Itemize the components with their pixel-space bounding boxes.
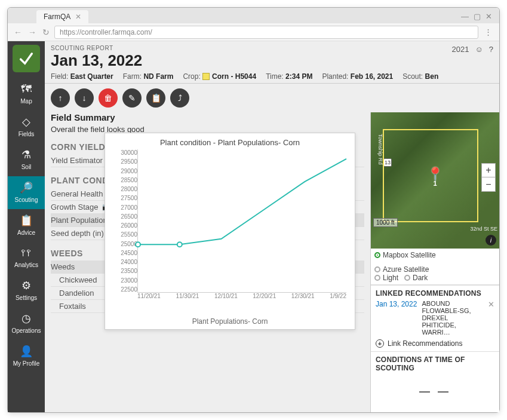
chart-line	[138, 159, 346, 244]
category-item-label: Foxtails	[59, 302, 86, 311]
browser-tab[interactable]: FarmQA ✕	[36, 10, 88, 23]
fields-icon: ◇	[8, 115, 45, 128]
close-window-icon[interactable]: ✕	[486, 12, 492, 21]
category-item-label: Plant Populations	[51, 216, 111, 225]
sidebar-label: My Profile	[8, 360, 45, 367]
clipboard-button[interactable]: 📋	[146, 88, 165, 108]
category-item-label: Yield Estimator	[51, 156, 103, 165]
y-tick-label: 27000	[111, 204, 137, 211]
sidebar-item-my-profile[interactable]: 👤 My Profile	[8, 340, 45, 373]
map-pin-label: 1	[433, 180, 437, 187]
browser-toolbar: ← → ↻ https://controller.farmqa.com/ ⋮	[8, 23, 499, 41]
sidebar: 🗺 Map ◇ Fields ⚗ Soil 🔎 Scouting 📋 Advic…	[8, 41, 45, 412]
x-tick-label: 11/20/21	[137, 293, 161, 305]
layer-azure-sat[interactable]: Azure Satellite	[374, 265, 429, 274]
arrow-down-icon: ↓	[82, 93, 87, 103]
sidebar-label: Scouting	[8, 197, 45, 203]
farm-label: Farm:	[123, 72, 142, 81]
pencil-icon: ✎	[128, 93, 136, 103]
forward-icon[interactable]: →	[27, 26, 38, 38]
face-icon[interactable]: ☺	[475, 45, 483, 54]
chart-marker	[136, 242, 140, 247]
road-label-horizontal: 32nd St SE	[470, 226, 497, 232]
sidebar-item-analytics[interactable]: ⫯⫯ Analytics	[8, 242, 45, 274]
map-scale: 1000 ft	[373, 218, 398, 227]
down-button[interactable]: ↓	[75, 88, 94, 108]
y-tick-label: 28000	[111, 186, 137, 192]
sidebar-item-advice[interactable]: 📋 Advice	[8, 209, 45, 242]
y-tick-label: 30000	[111, 149, 137, 156]
farm-value: ND Farm	[143, 72, 173, 81]
y-tick-label: 27500	[111, 195, 137, 201]
share-button[interactable]: ⤴	[170, 88, 189, 108]
layer-dark[interactable]: Dark	[404, 274, 428, 282]
minimize-icon[interactable]: —	[461, 12, 469, 21]
profile-icon: 👤	[8, 345, 45, 358]
sidebar-item-scouting[interactable]: 🔎 Scouting	[8, 176, 45, 209]
minus-icon: −	[486, 179, 491, 190]
map-info-icon[interactable]: i	[486, 235, 496, 246]
time-value: 2:34 PM	[285, 72, 312, 81]
sidebar-item-operations[interactable]: ◷ Operations	[8, 307, 45, 340]
edit-button[interactable]: ✎	[122, 88, 142, 108]
tab-title: FarmQA	[44, 13, 70, 21]
clipboard-icon: 📋	[151, 93, 161, 103]
sidebar-label: Soil	[8, 164, 45, 170]
link-rec-label: Link Recommendations	[388, 339, 462, 348]
category-item-label: Seed depth (in)	[51, 229, 104, 238]
x-tick-label: 11/30/21	[176, 293, 199, 305]
time-label: Time:	[266, 72, 284, 81]
delete-button[interactable]: 🗑	[99, 88, 118, 108]
sidebar-item-soil[interactable]: ⚗ Soil	[8, 143, 45, 176]
url-bar[interactable]: https://controller.farmqa.com/	[54, 26, 478, 39]
field-summary-title: Field Summary	[51, 112, 364, 122]
category-item-label: Chickweed	[59, 275, 97, 284]
category-item-label: Dandelion	[59, 289, 94, 298]
crop-color-swatch	[202, 73, 210, 80]
zoom-in-button[interactable]: +	[481, 163, 496, 177]
sidebar-item-settings[interactable]: ⚙ Settings	[8, 274, 45, 307]
reload-icon[interactable]: ↻	[41, 26, 51, 38]
binoculars-icon: 🔎	[8, 181, 45, 194]
x-tick-label: 12/20/21	[253, 293, 276, 305]
arrow-up-icon: ↑	[59, 93, 63, 103]
sidebar-item-fields[interactable]: ◇ Fields	[8, 111, 45, 143]
analytics-icon: ⫯⫯	[8, 247, 45, 259]
field-label: Field:	[51, 72, 68, 81]
scout-label: Scout:	[402, 72, 423, 81]
header-label: SCOUTING REPORT	[51, 45, 142, 51]
y-tick-label: 29000	[111, 168, 137, 174]
layer-mapbox-sat[interactable]: Mapbox Satellite	[374, 251, 436, 259]
field-map[interactable]: Township Rd 32nd St SE 13 📍 1 1000 ft + …	[371, 112, 499, 249]
conditions-placeholder: — —	[376, 375, 494, 409]
close-tab-icon[interactable]: ✕	[75, 13, 81, 21]
maximize-icon[interactable]: ▢	[474, 12, 481, 21]
y-tick-label: 24500	[111, 250, 137, 256]
chart-marker	[177, 242, 182, 247]
more-icon[interactable]: ⋮	[482, 27, 494, 36]
help-icon[interactable]: ?	[489, 45, 493, 54]
category-item-label: Growth Stage	[51, 203, 99, 211]
sidebar-label: Operations	[8, 327, 45, 334]
url-text: https://controller.farmqa.com/	[60, 28, 152, 36]
crop-value: Corn - H5044	[212, 72, 256, 81]
layer-light[interactable]: Light	[374, 274, 398, 282]
season-year[interactable]: 2021	[452, 45, 469, 54]
zoom-out-button[interactable]: −	[481, 177, 496, 192]
planted-value: Feb 16, 2021	[351, 72, 393, 81]
sidebar-label: Analytics	[8, 262, 45, 268]
rec-date-link[interactable]: Jan 13, 2022	[376, 300, 417, 308]
up-button[interactable]: ↑	[51, 88, 70, 108]
y-tick-label: 24000	[111, 259, 137, 265]
trash-icon: 🗑	[104, 93, 112, 103]
tab-strip: FarmQA ✕ — ▢ ✕	[8, 8, 499, 23]
back-icon[interactable]: ←	[13, 26, 23, 38]
planted-label: Planted:	[322, 72, 348, 81]
report-header: SCOUTING REPORT Jan 13, 2022 2021 ☺ ? Fi…	[45, 41, 499, 84]
advice-icon: 📋	[8, 214, 45, 227]
dismiss-rec-icon[interactable]: ✕	[488, 300, 494, 309]
sidebar-item-map[interactable]: 🗺 Map	[8, 78, 45, 111]
scout-value: Ben	[425, 72, 439, 81]
link-rec-button[interactable]: + Link Recommendations	[376, 339, 494, 348]
app-logo-icon[interactable]	[13, 45, 40, 72]
